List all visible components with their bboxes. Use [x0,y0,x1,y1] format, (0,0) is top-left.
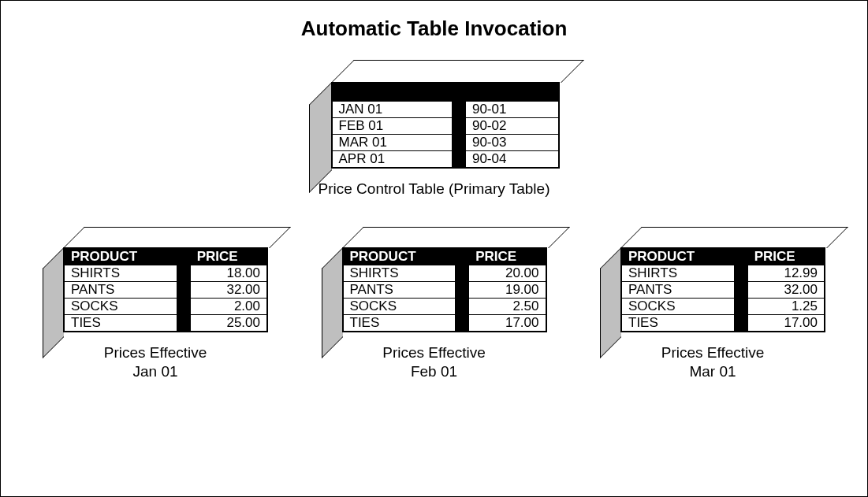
table-row: PANTS19.00 [343,281,546,298]
page-title: Automatic Table Invocation [32,17,836,41]
table-row: TIES17.00 [622,314,825,331]
primary-date: JAN 01 [332,102,452,118]
table-row: JAN 01 90-01 [332,102,558,118]
price-table-feb: PRODUCT PRICE SHIRTS20.00 PANTS19.00 SOC… [316,227,553,381]
primary-table-caption: Price Control Table (Primary Table) [32,180,836,198]
price-table-mar: PRODUCT PRICE SHIRTS12.99 PANTS32.00 SOC… [594,227,831,381]
diagram-page: Automatic Table Invocation JAN 01 90-01 … [0,0,868,497]
table-row: SOCKS2.00 [65,298,267,314]
primary-code: 90-02 [465,118,558,135]
table-row: TIES17.00 [343,314,546,331]
table-row: TIES25.00 [65,314,267,331]
primary-code: 90-03 [465,135,558,151]
table-row: SHIRTS20.00 [343,265,546,281]
primary-date: APR 01 [332,151,452,168]
col-product: PRODUCT [65,248,177,265]
table-row: SHIRTS12.99 [622,265,825,281]
primary-code: 90-01 [465,102,558,118]
primary-code: 90-04 [465,151,558,168]
price-table-jan: PRODUCT PRICE SHIRTS18.00 PANTS32.00 SOC… [37,227,274,381]
col-product: PRODUCT [622,248,735,265]
primary-table-block: JAN 01 90-01 FEB 01 90-02 MAR 01 90-03 A… [309,60,560,169]
table-row: SOCKS1.25 [622,298,825,314]
price-table: PRODUCT PRICE SHIRTS18.00 PANTS32.00 SOC… [64,248,267,332]
col-price: PRICE [747,248,824,265]
table-row: SHIRTS18.00 [65,265,267,281]
table-row: PANTS32.00 [65,281,267,298]
table-row: FEB 01 90-02 [332,118,558,135]
table-row: PANTS32.00 [622,281,825,298]
price-table: PRODUCT PRICE SHIRTS12.99 PANTS32.00 SOC… [621,248,825,332]
primary-table: JAN 01 90-01 FEB 01 90-02 MAR 01 90-03 A… [332,83,559,168]
table-row: MAR 01 90-03 [332,135,558,151]
table-row: APR 01 90-04 [332,151,558,168]
primary-date: FEB 01 [332,118,452,135]
col-price: PRICE [469,248,546,265]
col-product: PRODUCT [343,248,456,265]
price-table-caption: Prices EffectiveJan 01 [37,343,274,381]
col-price: PRICE [190,248,266,265]
table-row: SOCKS2.50 [343,298,546,314]
price-table-caption: Prices EffectiveMar 01 [594,343,831,381]
primary-date: MAR 01 [332,135,452,151]
secondary-tables-row: PRODUCT PRICE SHIRTS18.00 PANTS32.00 SOC… [32,227,836,381]
price-table-caption: Prices EffectiveFeb 01 [316,343,553,381]
price-table: PRODUCT PRICE SHIRTS20.00 PANTS19.00 SOC… [343,248,546,332]
